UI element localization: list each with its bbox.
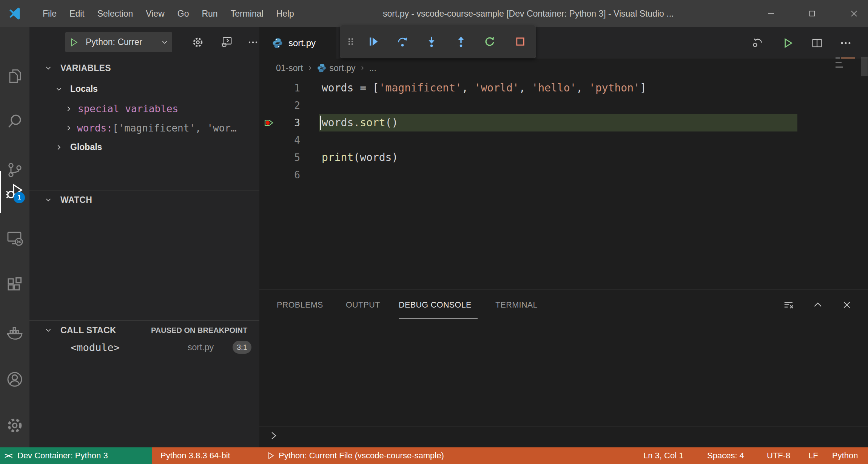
cursor-position-item[interactable]: Ln 3, Col 1: [643, 447, 683, 464]
chevron-right-icon: [359, 65, 365, 71]
chevron-down-icon: [161, 39, 168, 46]
code-line-5[interactable]: print(words): [322, 149, 398, 166]
docker-icon[interactable]: [6, 323, 24, 342]
source-control-icon[interactable]: [6, 161, 24, 179]
settings-gear-icon[interactable]: [6, 416, 24, 435]
variables-globals-row[interactable]: Globals: [55, 138, 102, 157]
variables-locals-row[interactable]: Locals: [55, 79, 98, 99]
tab-debug-console[interactable]: DEBUG CONSOLE: [399, 289, 472, 321]
stop-button[interactable]: [514, 35, 527, 48]
menu-bar: File Edit Selection View Go Run Terminal…: [36, 0, 301, 27]
code-line-1[interactable]: words = ['magnificent', 'world', 'hello'…: [322, 79, 646, 97]
chevron-down-icon: [55, 85, 63, 93]
line-number: 6: [281, 166, 300, 184]
menu-selection[interactable]: Selection: [91, 0, 140, 27]
menu-go[interactable]: Go: [171, 0, 196, 27]
step-out-button[interactable]: [455, 35, 467, 48]
breadcrumb-folder[interactable]: 01-sort: [276, 63, 303, 73]
maximize-button[interactable]: [799, 0, 826, 27]
indentation-item[interactable]: Spaces: 4: [707, 447, 744, 464]
remote-icon: ><: [5, 447, 12, 464]
language-mode-item[interactable]: Python: [832, 447, 858, 464]
python-file-icon: [317, 63, 327, 73]
continue-button[interactable]: [367, 35, 380, 48]
open-changes-icon[interactable]: [751, 37, 764, 49]
menu-terminal[interactable]: Terminal: [224, 0, 270, 27]
tab-label: sort.py: [288, 38, 316, 48]
variables-section-header[interactable]: VARIABLES: [45, 59, 111, 77]
frame-name: <module>: [71, 342, 120, 353]
toolbar-drag-grip[interactable]: [345, 35, 357, 48]
editor-more-actions-icon[interactable]: [839, 37, 852, 49]
breakpoint-current-line-icon[interactable]: [263, 117, 274, 128]
eol-item[interactable]: LF: [808, 447, 818, 464]
active-view-indicator: [0, 171, 1, 213]
run-python-file-icon[interactable]: [781, 37, 794, 49]
step-over-button[interactable]: [396, 35, 409, 48]
close-panel-icon[interactable]: [841, 299, 853, 311]
python-file-icon: [272, 37, 283, 49]
console-input-divider: [259, 427, 868, 427]
step-into-button[interactable]: [425, 35, 438, 48]
breadcrumbs: 01-sort sort.py ...: [259, 59, 868, 77]
call-stack-section-header[interactable]: CALL STACK: [45, 321, 116, 340]
editor-scrollbar[interactable]: [861, 57, 868, 76]
debug-toolbar: [340, 25, 536, 58]
variable-words-row[interactable]: words: ['magnificent', 'wor…: [65, 118, 259, 138]
chevron-down-icon: [45, 326, 52, 334]
tab-sort-py[interactable]: sort.py: [259, 27, 336, 59]
play-icon: [267, 452, 275, 460]
encoding-item[interactable]: UTF-8: [767, 447, 790, 464]
code-line-3[interactable]: words.sort(): [322, 114, 398, 131]
minimize-button[interactable]: [757, 0, 785, 27]
window-title: sort.py - vscode-course-sample [Dev Cont…: [383, 0, 674, 27]
tab-output[interactable]: OUTPUT: [346, 289, 380, 321]
tab-terminal[interactable]: TERMINAL: [495, 289, 538, 321]
search-icon[interactable]: [6, 112, 24, 130]
launch-config-label: Python: Current: [86, 37, 142, 47]
chevron-down-icon: [45, 64, 52, 72]
more-actions-icon[interactable]: [248, 39, 259, 46]
explorer-icon[interactable]: [6, 67, 24, 85]
python-interpreter-item[interactable]: Python 3.8.3 64-bit: [160, 447, 230, 464]
line-number: 2: [281, 97, 300, 114]
clear-console-icon[interactable]: [783, 299, 794, 311]
restart-button[interactable]: [483, 35, 496, 48]
menu-edit[interactable]: Edit: [63, 0, 91, 27]
debug-badge: 1: [14, 192, 25, 203]
menu-help[interactable]: Help: [270, 0, 301, 27]
close-button[interactable]: [840, 0, 868, 27]
chevron-right-icon: [65, 105, 72, 113]
breadcrumb-file[interactable]: sort.py: [330, 63, 356, 73]
remote-explorer-icon[interactable]: [6, 229, 24, 247]
line-number: 5: [281, 149, 300, 166]
vscode-window: File Edit Selection View Go Run Terminal…: [0, 0, 868, 464]
editor-group: sort.py: [259, 27, 868, 289]
bottom-panel: PROBLEMS OUTPUT DEBUG CONSOLE TERMINAL: [259, 289, 868, 448]
variable-special-row[interactable]: special variables: [65, 99, 259, 118]
chevron-right-icon: [307, 65, 313, 71]
remote-indicator[interactable]: >< Dev Container: Python 3: [0, 447, 152, 464]
call-stack-frame-row[interactable]: <module>: [71, 338, 120, 357]
launch-config-dropdown[interactable]: Python: Current: [65, 32, 172, 52]
accounts-icon[interactable]: [6, 370, 24, 388]
console-prompt-icon[interactable]: [268, 430, 279, 441]
menu-file[interactable]: File: [36, 0, 63, 27]
minimap[interactable]: [836, 57, 856, 98]
chevron-right-icon: [55, 144, 63, 151]
chevron-right-icon: [65, 124, 72, 132]
frame-position-badge: 3:1: [233, 341, 251, 354]
gear-icon[interactable]: [192, 36, 204, 48]
tab-problems[interactable]: PROBLEMS: [277, 289, 323, 321]
menu-view[interactable]: View: [139, 0, 171, 27]
active-tab-underline: [399, 318, 478, 319]
watch-section-header[interactable]: WATCH: [45, 190, 92, 209]
chevron-down-icon: [45, 196, 52, 204]
extensions-icon[interactable]: [6, 276, 24, 294]
debug-console-icon[interactable]: [220, 36, 233, 48]
menu-run[interactable]: Run: [195, 0, 224, 27]
breadcrumb-symbol[interactable]: ...: [369, 63, 376, 73]
start-debug-icon[interactable]: [69, 37, 79, 47]
split-editor-icon[interactable]: [811, 37, 823, 49]
collapse-panel-icon[interactable]: [812, 299, 823, 311]
